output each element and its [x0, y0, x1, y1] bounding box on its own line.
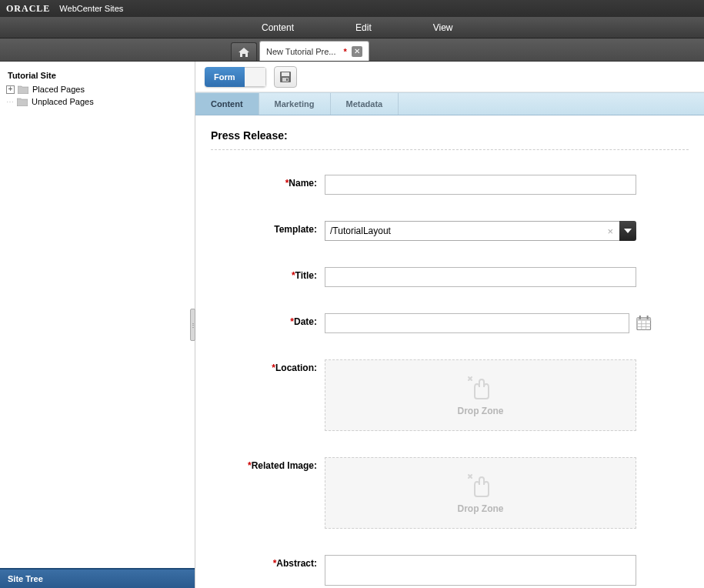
web-view-button[interactable]	[245, 67, 266, 87]
location-dropzone[interactable]: Drop Zone	[325, 359, 636, 431]
sidebar-resize-grip[interactable]: ⋮	[190, 309, 195, 341]
dropzone-text: Drop Zone	[458, 503, 504, 514]
home-icon	[239, 48, 249, 57]
active-editor-tab[interactable]: New Tutorial Pre... * ✕	[259, 41, 369, 61]
chevron-down-icon	[624, 229, 632, 233]
sub-tab-metadata[interactable]: Metadata	[331, 93, 399, 115]
tree-branch-icon: ⋯	[6, 98, 17, 106]
template-clear-button[interactable]: ×	[607, 226, 613, 237]
template-input[interactable]	[325, 221, 619, 241]
main-menu: Content Edit View	[0, 17, 704, 38]
date-label: *Date:	[211, 313, 325, 327]
view-mode-toggle: Form	[205, 67, 266, 87]
form-heading: Press Release:	[211, 129, 689, 142]
abstract-input[interactable]	[325, 555, 636, 586]
drop-hand-icon	[467, 375, 495, 399]
save-icon	[279, 71, 292, 83]
related-image-dropzone[interactable]: Drop Zone	[325, 457, 636, 529]
template-label: Template:	[211, 221, 325, 235]
svg-rect-7	[646, 316, 648, 319]
product-name: WebCenter Sites	[56, 4, 123, 13]
template-combobox: ×	[325, 221, 636, 241]
dirty-indicator: *	[335, 47, 351, 56]
sub-tab-marketing[interactable]: Marketing	[259, 93, 331, 115]
menu-content[interactable]: Content	[231, 22, 325, 33]
svg-rect-1	[282, 72, 289, 76]
menu-edit[interactable]: Edit	[325, 22, 402, 33]
tree-node-placed-pages[interactable]: + Placed Pages	[3, 83, 192, 95]
heading-divider	[211, 149, 689, 150]
sidebar-panel-site-tree[interactable]: Site Tree	[0, 568, 195, 588]
form-sub-tabs: Content Marketing Metadata	[195, 92, 704, 115]
svg-rect-6	[639, 316, 640, 319]
brand-logo: ORACLE	[0, 3, 56, 15]
sidebar: Tutorial Site + Placed Pages ⋯ Unplaced …	[0, 62, 195, 588]
folder-icon	[17, 98, 28, 106]
dropzone-text: Drop Zone	[458, 406, 504, 416]
expand-toggle-icon[interactable]: +	[6, 85, 15, 94]
tree-node-label: Placed Pages	[32, 85, 85, 94]
calendar-icon	[636, 315, 652, 331]
tree-root-label[interactable]: Tutorial Site	[3, 68, 192, 83]
tab-label: New Tutorial Pre...	[266, 47, 335, 56]
top-bar: ORACLE WebCenter Sites	[0, 0, 704, 17]
save-button[interactable]	[274, 66, 297, 88]
home-tab[interactable]	[231, 42, 257, 61]
drop-hand-icon	[467, 473, 495, 497]
tab-strip: New Tutorial Pre... * ✕	[0, 38, 704, 62]
abstract-label: *Abstract:	[211, 555, 325, 569]
folder-icon	[18, 85, 28, 94]
title-input[interactable]	[325, 267, 636, 287]
svg-rect-3	[286, 79, 288, 81]
name-label: *Name:	[211, 175, 325, 189]
content-area: Form Content Marketing Metadata Press Re…	[195, 62, 704, 588]
date-picker-button[interactable]	[636, 315, 652, 332]
name-input[interactable]	[325, 175, 636, 195]
related-image-label: *Related Image:	[211, 457, 325, 471]
date-input[interactable]	[325, 313, 629, 333]
editor-toolbar: Form	[195, 62, 704, 92]
tree-node-label: Unplaced Pages	[32, 97, 94, 106]
form-view-button[interactable]: Form	[205, 67, 245, 87]
tree-node-unplaced-pages[interactable]: ⋯ Unplaced Pages	[3, 95, 192, 108]
close-tab-button[interactable]: ✕	[352, 46, 362, 57]
svg-rect-5	[636, 318, 650, 321]
title-label: *Title:	[211, 267, 325, 281]
menu-view[interactable]: View	[402, 22, 484, 33]
sub-tab-content[interactable]: Content	[195, 93, 259, 115]
location-label: *Location:	[211, 359, 325, 373]
template-dropdown-button[interactable]	[619, 221, 636, 241]
